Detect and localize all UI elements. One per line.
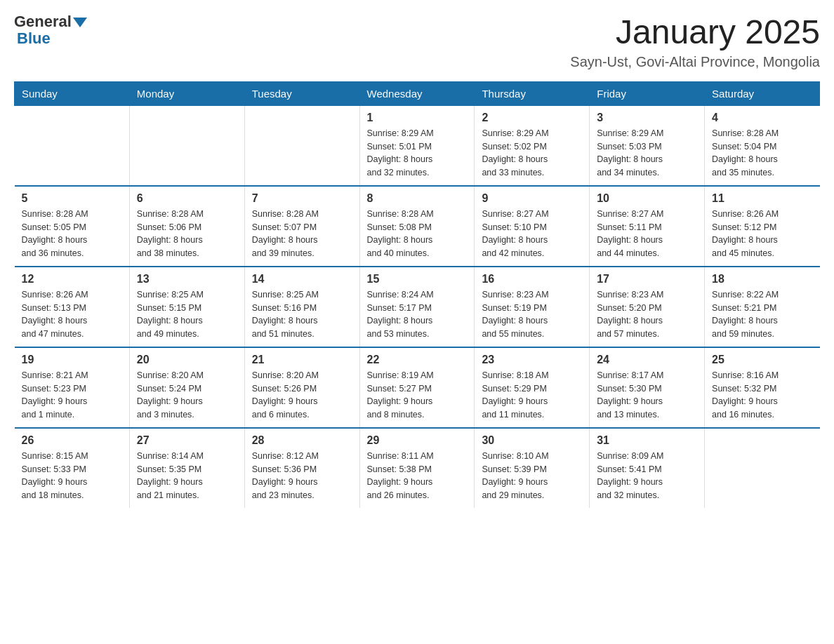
day-number: 28 <box>252 434 352 447</box>
calendar-cell <box>705 428 820 508</box>
calendar-cell: 31Sunrise: 8:09 AM Sunset: 5:41 PM Dayli… <box>590 428 705 508</box>
day-info: Sunrise: 8:09 AM Sunset: 5:41 PM Dayligh… <box>597 450 697 502</box>
title-area: January 2025 Sayn-Ust, Govi-Altai Provin… <box>570 14 820 70</box>
day-number: 21 <box>252 354 352 366</box>
day-number: 5 <box>22 192 122 205</box>
week-row-2: 5Sunrise: 8:28 AM Sunset: 5:05 PM Daylig… <box>15 186 820 267</box>
logo-triangle-icon <box>73 18 87 27</box>
calendar-cell: 12Sunrise: 8:26 AM Sunset: 5:13 PM Dayli… <box>15 267 130 347</box>
calendar-cell: 29Sunrise: 8:11 AM Sunset: 5:38 PM Dayli… <box>359 428 475 508</box>
day-number: 2 <box>482 112 582 124</box>
calendar-table: SundayMondayTuesdayWednesdayThursdayFrid… <box>14 81 820 508</box>
day-info: Sunrise: 8:25 AM Sunset: 5:16 PM Dayligh… <box>252 288 352 341</box>
calendar-cell: 26Sunrise: 8:15 AM Sunset: 5:33 PM Dayli… <box>15 428 130 508</box>
weekday-header-row: SundayMondayTuesdayWednesdayThursdayFrid… <box>15 81 820 105</box>
day-number: 19 <box>22 354 122 366</box>
day-info: Sunrise: 8:15 AM Sunset: 5:33 PM Dayligh… <box>22 450 122 502</box>
day-info: Sunrise: 8:22 AM Sunset: 5:21 PM Dayligh… <box>712 288 812 341</box>
day-number: 15 <box>367 273 468 286</box>
day-number: 16 <box>482 273 582 286</box>
calendar-cell: 6Sunrise: 8:28 AM Sunset: 5:06 PM Daylig… <box>129 186 244 267</box>
calendar-cell: 4Sunrise: 8:28 AM Sunset: 5:04 PM Daylig… <box>705 105 820 186</box>
day-info: Sunrise: 8:11 AM Sunset: 5:38 PM Dayligh… <box>367 450 468 502</box>
day-info: Sunrise: 8:14 AM Sunset: 5:35 PM Dayligh… <box>137 450 237 502</box>
weekday-header-wednesday: Wednesday <box>359 81 475 105</box>
day-number: 11 <box>712 192 812 205</box>
day-number: 4 <box>712 112 812 124</box>
week-row-1: 1Sunrise: 8:29 AM Sunset: 5:01 PM Daylig… <box>15 105 820 186</box>
day-info: Sunrise: 8:28 AM Sunset: 5:08 PM Dayligh… <box>367 208 468 260</box>
calendar-cell: 25Sunrise: 8:16 AM Sunset: 5:32 PM Dayli… <box>705 347 820 428</box>
calendar-cell: 16Sunrise: 8:23 AM Sunset: 5:19 PM Dayli… <box>475 267 590 347</box>
day-number: 7 <box>252 192 352 205</box>
day-info: Sunrise: 8:10 AM Sunset: 5:39 PM Dayligh… <box>482 450 582 502</box>
weekday-header-friday: Friday <box>590 81 705 105</box>
day-info: Sunrise: 8:29 AM Sunset: 5:02 PM Dayligh… <box>482 127 582 180</box>
calendar-cell: 18Sunrise: 8:22 AM Sunset: 5:21 PM Dayli… <box>705 267 820 347</box>
day-info: Sunrise: 8:28 AM Sunset: 5:07 PM Dayligh… <box>252 208 352 260</box>
day-number: 25 <box>712 354 812 366</box>
calendar-cell: 24Sunrise: 8:17 AM Sunset: 5:30 PM Dayli… <box>590 347 705 428</box>
logo: General Blue <box>14 14 87 48</box>
day-info: Sunrise: 8:20 AM Sunset: 5:26 PM Dayligh… <box>252 369 352 422</box>
calendar-cell: 2Sunrise: 8:29 AM Sunset: 5:02 PM Daylig… <box>475 105 590 186</box>
day-info: Sunrise: 8:24 AM Sunset: 5:17 PM Dayligh… <box>367 288 468 341</box>
calendar-cell: 19Sunrise: 8:21 AM Sunset: 5:23 PM Dayli… <box>15 347 130 428</box>
day-info: Sunrise: 8:28 AM Sunset: 5:05 PM Dayligh… <box>22 208 122 260</box>
day-number: 6 <box>137 192 237 205</box>
calendar-title: January 2025 <box>570 14 820 51</box>
day-number: 17 <box>597 273 697 286</box>
day-info: Sunrise: 8:19 AM Sunset: 5:27 PM Dayligh… <box>367 369 468 422</box>
day-number: 13 <box>137 273 237 286</box>
day-number: 23 <box>482 354 582 366</box>
day-info: Sunrise: 8:28 AM Sunset: 5:04 PM Dayligh… <box>712 127 812 180</box>
day-number: 22 <box>367 354 468 366</box>
calendar-cell: 1Sunrise: 8:29 AM Sunset: 5:01 PM Daylig… <box>359 105 475 186</box>
weekday-header-monday: Monday <box>129 81 244 105</box>
day-info: Sunrise: 8:27 AM Sunset: 5:10 PM Dayligh… <box>482 208 582 260</box>
week-row-3: 12Sunrise: 8:26 AM Sunset: 5:13 PM Dayli… <box>15 267 820 347</box>
day-number: 29 <box>367 434 468 447</box>
calendar-cell <box>244 105 359 186</box>
day-number: 31 <box>597 434 697 447</box>
calendar-cell: 20Sunrise: 8:20 AM Sunset: 5:24 PM Dayli… <box>129 347 244 428</box>
logo-general-text: General <box>14 14 72 29</box>
day-info: Sunrise: 8:25 AM Sunset: 5:15 PM Dayligh… <box>137 288 237 341</box>
day-number: 14 <box>252 273 352 286</box>
day-number: 9 <box>482 192 582 205</box>
day-info: Sunrise: 8:27 AM Sunset: 5:11 PM Dayligh… <box>597 208 697 260</box>
calendar-cell: 13Sunrise: 8:25 AM Sunset: 5:15 PM Dayli… <box>129 267 244 347</box>
weekday-header-sunday: Sunday <box>15 81 130 105</box>
week-row-4: 19Sunrise: 8:21 AM Sunset: 5:23 PM Dayli… <box>15 347 820 428</box>
day-info: Sunrise: 8:29 AM Sunset: 5:01 PM Dayligh… <box>367 127 468 180</box>
calendar-cell: 22Sunrise: 8:19 AM Sunset: 5:27 PM Dayli… <box>359 347 475 428</box>
day-number: 1 <box>367 112 468 124</box>
day-number: 30 <box>482 434 582 447</box>
day-number: 20 <box>137 354 237 366</box>
day-info: Sunrise: 8:18 AM Sunset: 5:29 PM Dayligh… <box>482 369 582 422</box>
day-info: Sunrise: 8:16 AM Sunset: 5:32 PM Dayligh… <box>712 369 812 422</box>
calendar-subtitle: Sayn-Ust, Govi-Altai Province, Mongolia <box>570 54 820 70</box>
day-number: 10 <box>597 192 697 205</box>
calendar-cell <box>15 105 130 186</box>
weekday-header-thursday: Thursday <box>475 81 590 105</box>
calendar-cell: 23Sunrise: 8:18 AM Sunset: 5:29 PM Dayli… <box>475 347 590 428</box>
calendar-cell: 9Sunrise: 8:27 AM Sunset: 5:10 PM Daylig… <box>475 186 590 267</box>
day-number: 24 <box>597 354 697 366</box>
day-info: Sunrise: 8:20 AM Sunset: 5:24 PM Dayligh… <box>137 369 237 422</box>
day-info: Sunrise: 8:28 AM Sunset: 5:06 PM Dayligh… <box>137 208 237 260</box>
calendar-cell: 3Sunrise: 8:29 AM Sunset: 5:03 PM Daylig… <box>590 105 705 186</box>
calendar-cell: 30Sunrise: 8:10 AM Sunset: 5:39 PM Dayli… <box>475 428 590 508</box>
week-row-5: 26Sunrise: 8:15 AM Sunset: 5:33 PM Dayli… <box>15 428 820 508</box>
calendar-cell: 21Sunrise: 8:20 AM Sunset: 5:26 PM Dayli… <box>244 347 359 428</box>
day-info: Sunrise: 8:26 AM Sunset: 5:13 PM Dayligh… <box>22 288 122 341</box>
weekday-header-tuesday: Tuesday <box>244 81 359 105</box>
day-info: Sunrise: 8:23 AM Sunset: 5:19 PM Dayligh… <box>482 288 582 341</box>
day-number: 27 <box>137 434 237 447</box>
day-number: 3 <box>597 112 697 124</box>
day-info: Sunrise: 8:17 AM Sunset: 5:30 PM Dayligh… <box>597 369 697 422</box>
day-number: 12 <box>22 273 122 286</box>
calendar-cell: 10Sunrise: 8:27 AM Sunset: 5:11 PM Dayli… <box>590 186 705 267</box>
calendar-cell: 11Sunrise: 8:26 AM Sunset: 5:12 PM Dayli… <box>705 186 820 267</box>
logo-blue-text: Blue <box>17 29 51 47</box>
